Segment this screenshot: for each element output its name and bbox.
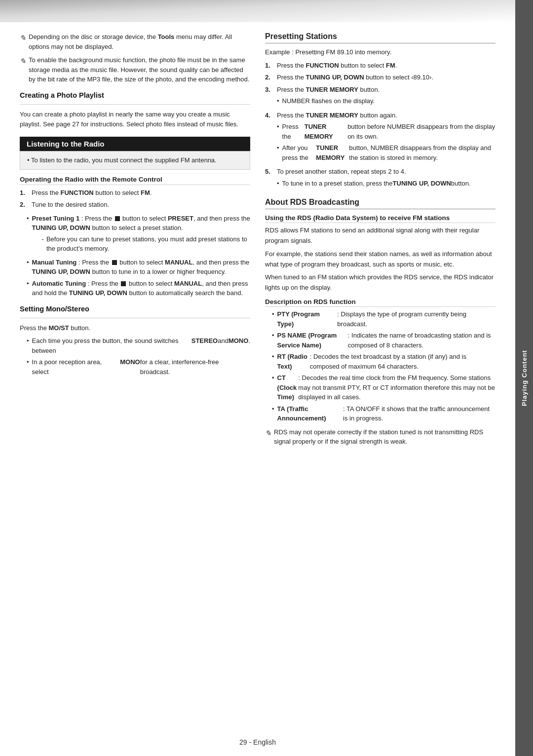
right-column: Presetting Stations Example : Presetting… bbox=[265, 32, 495, 726]
square-icon-3 bbox=[121, 281, 126, 286]
mono-stereo-heading: Setting Mono/Stereo bbox=[20, 305, 250, 313]
operating-steps-list: 1. Press the FUNCTION button to select F… bbox=[20, 188, 250, 210]
square-icon-2 bbox=[112, 260, 117, 265]
presetting-step-4: 4. Press the TUNER MEMORY button again. … bbox=[265, 111, 495, 165]
content-area: ✎ Depending on the disc or storage devic… bbox=[0, 27, 515, 756]
presetting-step-5: 5. To preset another station, repeat ste… bbox=[265, 167, 495, 190]
side-tab-label: Playing Content bbox=[521, 350, 528, 406]
ps-3-num: 3. bbox=[265, 85, 275, 95]
preset-tuning-label: Preset Tuning 1 bbox=[32, 215, 80, 222]
ps-3-content: Press the TUNER MEMORY button. NUMBER fl… bbox=[277, 85, 380, 108]
note-1-text: Depending on the disc or storage device,… bbox=[29, 32, 250, 51]
page-wrapper: Playing Content ✎ Depending on the disc … bbox=[0, 0, 533, 756]
ps-3-sub-1: NUMBER flashes on the display. bbox=[277, 96, 380, 106]
rds-para-2: For example, the stations send their sta… bbox=[265, 249, 495, 270]
description-rds-heading: Description on RDS function bbox=[265, 298, 495, 307]
presetting-stations-heading: Presetting Stations bbox=[265, 32, 495, 43]
side-tab: Playing Content bbox=[515, 0, 533, 756]
ps-5-content: To preset another station, repeat steps … bbox=[277, 167, 471, 190]
ps-4-sub-2: After you press the TUNER MEMORY button,… bbox=[277, 143, 495, 162]
ps-2-num: 2. bbox=[265, 73, 275, 82]
rds-bullet-pty: PTY (Program Type) : Displays the type o… bbox=[272, 309, 495, 329]
divider-1 bbox=[20, 104, 250, 105]
presetting-step-1: 1. Press the FUNCTION button to select F… bbox=[265, 61, 495, 71]
rds-bullet-rt: RT (Radio Text) : Decodes the text broad… bbox=[272, 352, 495, 371]
manual-tuning-content: Manual Tuning : Press the button to sele… bbox=[32, 258, 250, 277]
listening-radio-info: • To listen to the radio, you must conne… bbox=[20, 151, 250, 170]
manual-tuning-bullet: Manual Tuning : Press the button to sele… bbox=[27, 258, 250, 277]
square-icon-1 bbox=[115, 216, 120, 221]
rds-note-text: RDS may not operate correctly if the sta… bbox=[274, 427, 495, 447]
preset-tuning-bullet: Preset Tuning 1 : Press the button to se… bbox=[27, 214, 250, 256]
rds-bullet-ct: CT (Clock Time) : Decodes the real time … bbox=[272, 373, 495, 402]
operating-bullets: Preset Tuning 1 : Press the button to se… bbox=[27, 214, 250, 298]
note-2-text: To enable the background music function,… bbox=[29, 55, 250, 84]
presetting-example: Example : Presetting FM 89.10 into memor… bbox=[265, 47, 495, 58]
presetting-step-3: 3. Press the TUNER MEMORY button. NUMBER… bbox=[265, 85, 495, 108]
ps-4-sub-1: Press the TUNER MEMORY button before NUM… bbox=[277, 122, 495, 141]
pencil-icon-rds: ✎ bbox=[265, 428, 271, 439]
ps-1-num: 1. bbox=[265, 61, 275, 71]
ps-2-text: Press the TUNING UP, DOWN button to sele… bbox=[277, 73, 433, 82]
note-2: ✎ To enable the background music functio… bbox=[20, 55, 250, 84]
ps-4-num: 4. bbox=[265, 111, 275, 120]
ps-3-sub: NUMBER flashes on the display. bbox=[277, 96, 380, 106]
rds-bullet-ps: PS NAME (Program Service Name) : Indicat… bbox=[272, 331, 495, 350]
manual-tuning-label: Manual Tuning bbox=[32, 259, 77, 266]
top-decorative-bar bbox=[0, 0, 515, 22]
left-column: ✎ Depending on the disc or storage devic… bbox=[20, 32, 250, 726]
rds-description-bullets: PTY (Program Type) : Displays the type o… bbox=[272, 309, 495, 423]
auto-tuning-label: Automatic Tuning bbox=[32, 280, 86, 287]
creating-playlist-heading: Creating a Photo Playlist bbox=[20, 91, 250, 99]
pencil-icon-1: ✎ bbox=[20, 33, 26, 44]
presetting-steps-list: 1. Press the FUNCTION button to select F… bbox=[265, 61, 495, 190]
auto-tuning-content: Automatic Tuning : Press the button to s… bbox=[32, 279, 250, 298]
auto-tuning-bullet: Automatic Tuning : Press the button to s… bbox=[27, 279, 250, 298]
rds-bullet-ta: TA (Traffic Announcement) : TA ON/OFF it… bbox=[272, 404, 495, 423]
page-number: 29 - English bbox=[239, 738, 276, 746]
divider-2 bbox=[20, 318, 250, 318]
step-1-num: 1. bbox=[20, 188, 30, 198]
description-rds-heading-text: Description on RDS function bbox=[265, 298, 356, 305]
operating-step-1: 1. Press the FUNCTION button to select F… bbox=[20, 188, 250, 198]
listening-radio-info-text: • To listen to the radio, you must conne… bbox=[27, 156, 217, 164]
listening-radio-banner: Listening to the Radio bbox=[20, 137, 250, 151]
note-1: ✎ Depending on the disc or storage devic… bbox=[20, 32, 250, 51]
page-footer: 29 - English bbox=[0, 738, 515, 746]
ps-5-sub-1: To tune in to a preset station, press th… bbox=[277, 179, 471, 189]
ps-4-sub: Press the TUNER MEMORY button before NUM… bbox=[277, 122, 495, 162]
ps-1-text: Press the FUNCTION button to select FM. bbox=[277, 61, 397, 71]
rds-para-3: When tuned to an FM station which provid… bbox=[265, 272, 495, 293]
rds-para-1: RDS allows FM stations to send an additi… bbox=[265, 226, 495, 246]
step-2-text: Tune to the desired station. bbox=[32, 200, 109, 210]
using-rds-heading: Using the RDS (Radio Data System) to rec… bbox=[265, 214, 495, 223]
presetting-step-2: 2. Press the TUNING UP, DOWN button to s… bbox=[265, 73, 495, 82]
using-rds-heading-text: Using the RDS (Radio Data System) to rec… bbox=[265, 214, 450, 222]
operating-step-2: 2. Tune to the desired station. bbox=[20, 200, 250, 210]
ps-5-num: 5. bbox=[265, 167, 275, 177]
step-1-text: Press the FUNCTION button to select FM. bbox=[32, 188, 152, 198]
mono-stereo-bullets: Each time you press the button, the soun… bbox=[27, 336, 250, 377]
mono-stereo-bullet-1: Each time you press the button, the soun… bbox=[27, 336, 250, 355]
ps-5-sub: To tune in to a preset station, press th… bbox=[277, 179, 471, 189]
preset-tuning-sub: Before you can tune to preset stations, … bbox=[42, 234, 250, 254]
rds-note: ✎ RDS may not operate correctly if the s… bbox=[265, 427, 495, 447]
operating-radio-heading-text: Operating the Radio with the Remote Cont… bbox=[20, 176, 162, 183]
preset-sub-1: Before you can tune to preset stations, … bbox=[42, 234, 250, 254]
preset-tuning-content: Preset Tuning 1 : Press the button to se… bbox=[32, 214, 250, 256]
mono-stereo-bullet-2: In a poor reception area, select MONO fo… bbox=[27, 357, 250, 377]
operating-radio-heading: Operating the Radio with the Remote Cont… bbox=[20, 176, 250, 185]
step-2-num: 2. bbox=[20, 200, 30, 210]
about-rds-heading: About RDS Broadcasting bbox=[265, 198, 495, 209]
pencil-icon-2: ✎ bbox=[20, 56, 26, 67]
creating-playlist-text: You can create a photo playlist in nearl… bbox=[20, 110, 250, 130]
mono-stereo-intro: Press the MO/ST button. bbox=[20, 323, 250, 334]
ps-4-content: Press the TUNER MEMORY button again. Pre… bbox=[277, 111, 495, 165]
